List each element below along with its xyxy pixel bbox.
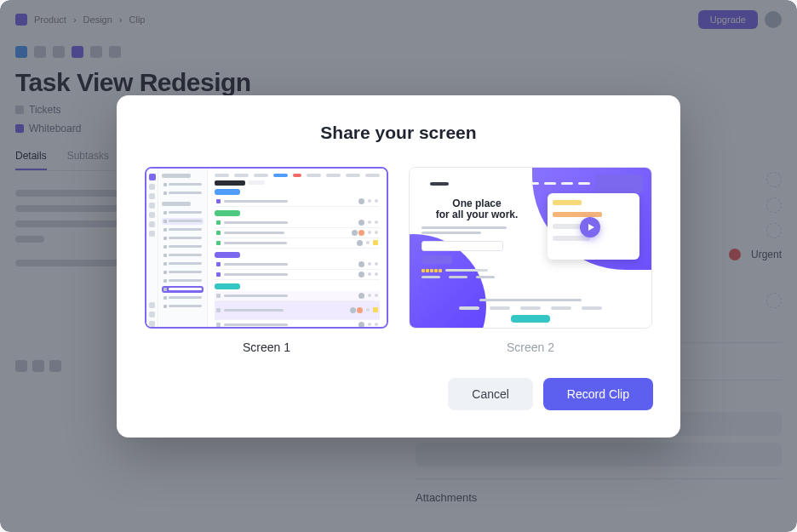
- modal-actions: Cancel Record Clip: [144, 378, 653, 410]
- nav-icon: [149, 231, 155, 237]
- play-video-icon: [580, 217, 600, 237]
- nav-icon: [149, 312, 155, 317]
- share-screen-modal: Share your screen: [117, 95, 680, 438]
- nav-icon: [149, 193, 155, 199]
- cancel-button[interactable]: Cancel: [448, 378, 533, 410]
- screen-2-option[interactable]: One place for all your work.: [409, 167, 652, 354]
- modal-overlay: Share your screen: [0, 0, 797, 532]
- nav-icon: [149, 203, 155, 209]
- nav-icon: [149, 302, 155, 308]
- hero-headline: One place for all your work.: [421, 198, 532, 222]
- signup-button: [595, 174, 643, 193]
- nav-icon: [149, 184, 155, 190]
- cta-button-preview: [421, 255, 452, 264]
- logo-icon: [149, 174, 156, 180]
- screen-2-label: Screen 2: [409, 340, 652, 354]
- screen-2-thumbnail[interactable]: One place for all your work.: [409, 167, 652, 329]
- screen-1-thumbnail[interactable]: [145, 167, 388, 329]
- screen-choices: Screen 1: [144, 167, 653, 354]
- app-preview: [146, 169, 387, 327]
- record-clip-button[interactable]: Record Clip: [543, 378, 653, 410]
- site-logo-icon: [418, 180, 425, 187]
- nav-icon: [149, 212, 155, 218]
- screen-1-label: Screen 1: [145, 340, 388, 354]
- email-input-preview: [421, 241, 503, 251]
- screen-1-option[interactable]: Screen 1: [145, 167, 388, 354]
- modal-title: Share your screen: [144, 123, 653, 143]
- nav-icon: [149, 321, 155, 327]
- nav-icon: [149, 221, 155, 227]
- website-preview: One place for all your work.: [410, 168, 651, 328]
